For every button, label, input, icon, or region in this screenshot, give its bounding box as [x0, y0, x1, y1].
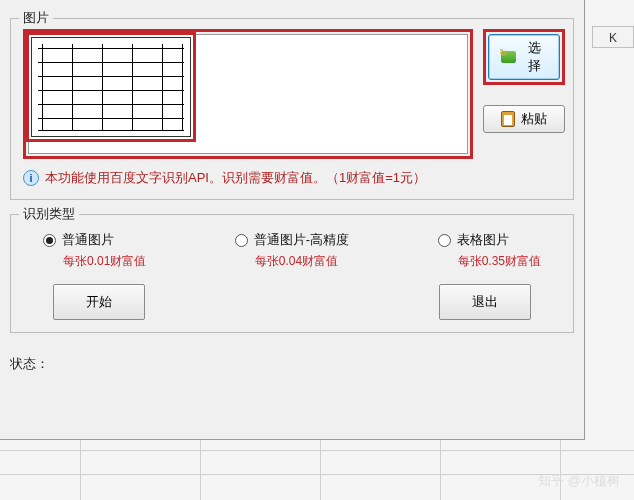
type-group-label: 识别类型: [19, 205, 79, 223]
radio-table[interactable]: 表格图片: [438, 231, 509, 249]
price-table: 每张0.35财富值: [458, 253, 541, 270]
start-button-label: 开始: [86, 294, 112, 309]
type-group: 识别类型 普通图片 每张0.01财富值 普通图片-高精度 每张0.04财富值: [10, 214, 574, 333]
image-group-label: 图片: [19, 9, 53, 27]
radio-highprec[interactable]: 普通图片-高精度: [235, 231, 349, 249]
side-button-column: 选择 粘贴: [483, 29, 565, 133]
select-button-highlight: 选择: [483, 29, 565, 85]
price-highprec: 每张0.04财富值: [255, 253, 338, 270]
radio-item-highprec: 普通图片-高精度 每张0.04财富值: [235, 231, 349, 270]
price-normal: 每张0.01财富值: [63, 253, 146, 270]
radio-circle-icon: [438, 234, 451, 247]
info-icon: i: [23, 170, 39, 186]
start-button[interactable]: 开始: [53, 284, 145, 320]
radio-circle-icon: [43, 234, 56, 247]
info-text: 本功能使用百度文字识别API。识别需要财富值。（1财富值=1元）: [45, 169, 426, 187]
status-label: 状态：: [10, 355, 574, 373]
preview-highlight-frame: [23, 29, 473, 159]
radio-label-text: 普通图片-高精度: [254, 231, 349, 249]
paste-button-label: 粘贴: [521, 110, 547, 128]
image-group: 图片: [10, 18, 574, 200]
column-header-k[interactable]: K: [592, 26, 634, 48]
ocr-dialog: 图片: [0, 0, 585, 440]
radio-circle-icon: [235, 234, 248, 247]
select-button-label: 选择: [522, 39, 547, 75]
info-row: i 本功能使用百度文字识别API。识别需要财富值。（1财富值=1元）: [23, 169, 561, 187]
select-button[interactable]: 选择: [488, 34, 560, 80]
image-row: 选择 粘贴: [23, 29, 561, 159]
spreadsheet-grid: [0, 440, 634, 500]
radio-label-text: 表格图片: [457, 231, 509, 249]
paste-button[interactable]: 粘贴: [483, 105, 565, 133]
exit-button[interactable]: 退出: [439, 284, 531, 320]
thumbnail-highlight-frame: [26, 32, 196, 142]
clipboard-icon: [501, 111, 515, 127]
exit-button-label: 退出: [472, 294, 498, 309]
radio-label-text: 普通图片: [62, 231, 114, 249]
action-row: 开始 退出: [23, 270, 561, 320]
picture-refresh-icon: [501, 51, 516, 63]
radio-row: 普通图片 每张0.01财富值 普通图片-高精度 每张0.04财富值 表格图片 每…: [23, 225, 561, 270]
radio-item-table: 表格图片 每张0.35财富值: [438, 231, 541, 270]
image-preview-box[interactable]: [28, 34, 468, 154]
radio-item-normal: 普通图片 每张0.01财富值: [43, 231, 146, 270]
radio-normal[interactable]: 普通图片: [43, 231, 114, 249]
watermark: 知乎 @小植树: [538, 472, 620, 490]
preview-thumbnail: [31, 37, 191, 137]
